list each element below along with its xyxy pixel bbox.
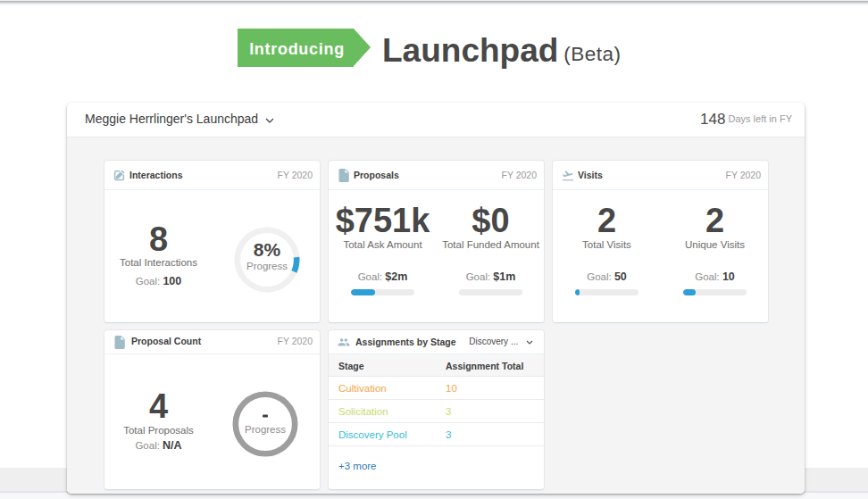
svg-text:Progress: Progress xyxy=(246,261,288,271)
svg-text:Progress: Progress xyxy=(245,424,286,435)
svg-text:8%: 8% xyxy=(254,239,281,260)
